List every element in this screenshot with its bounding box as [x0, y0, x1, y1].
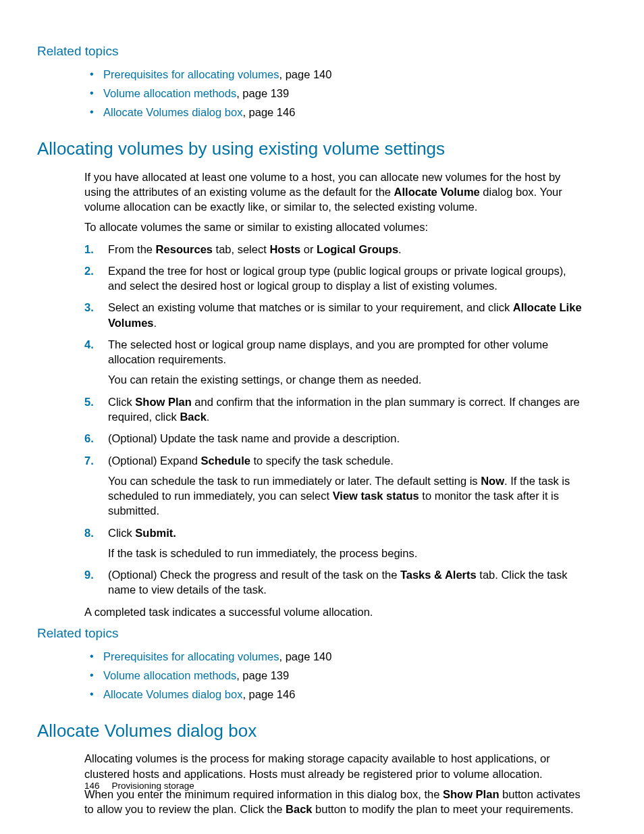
link-suffix: , page 140: [279, 650, 331, 662]
section-heading-dialog: Allocate Volumes dialog box: [37, 719, 583, 743]
bold-text: Show Plan: [443, 788, 499, 800]
text: Select an existing volume that matches o…: [108, 301, 513, 313]
text: .: [398, 243, 402, 255]
list-item: Volume allocation methods, page 139: [84, 668, 583, 683]
link-suffix: , page 146: [242, 688, 295, 700]
text: button to modify the plan to meet your r…: [313, 803, 574, 815]
section-heading-allocating: Allocating volumes by using existing vol…: [37, 137, 583, 161]
bold-text: Now: [481, 475, 504, 487]
step: (Optional) Update the task name and prov…: [84, 431, 583, 446]
bold-text: Submit.: [135, 527, 176, 539]
text: (Optional) Expand: [108, 454, 201, 467]
page: Related topics Prerequisites for allocat…: [0, 0, 644, 834]
bold-text: View task status: [333, 490, 419, 502]
bold-text: Schedule: [201, 454, 250, 467]
list-item: Allocate Volumes dialog box, page 146: [84, 105, 583, 120]
link-suffix: , page 140: [279, 68, 331, 80]
bold-text: Resources: [156, 243, 213, 255]
step: Click Show Plan and confirm that the inf…: [84, 394, 583, 425]
page-number: 146: [84, 781, 100, 791]
lead-text: To allocate volumes the same or similar …: [84, 219, 583, 234]
text: Click: [108, 396, 135, 408]
bold-text: Tasks & Alerts: [400, 569, 477, 581]
text: The selected host or logical group name …: [108, 338, 548, 365]
text: .: [207, 411, 210, 423]
bold-text: Hosts: [269, 243, 300, 255]
text: to specify the task schedule.: [250, 454, 394, 467]
link-prereq[interactable]: Prerequisites for allocating volumes: [103, 68, 279, 80]
related-topics-list: Prerequisites for allocating volumes, pa…: [84, 649, 583, 702]
link-suffix: , page 139: [236, 87, 289, 99]
link-dialog[interactable]: Allocate Volumes dialog box: [103, 106, 242, 118]
sub-paragraph: If the task is scheduled to run immediat…: [108, 546, 583, 561]
sub-paragraph: You can schedule the task to run immedia…: [108, 473, 583, 519]
bold-text: Show Plan: [135, 396, 191, 408]
intro-paragraph: If you have allocated at least one volum…: [84, 170, 583, 235]
bold-text: Back: [286, 803, 312, 815]
steps-list: From the Resources tab, select Hosts or …: [84, 242, 583, 598]
page-footer: 146Provisioning storage: [84, 780, 194, 792]
sub-paragraph: You can retain the existing settings, or…: [108, 372, 583, 387]
list-item: Prerequisites for allocating volumes, pa…: [84, 67, 583, 82]
chapter-name: Provisioning storage: [112, 781, 194, 791]
step: Expand the tree for host or logical grou…: [84, 263, 583, 294]
related-topics-heading: Related topics: [37, 43, 583, 60]
paragraph: Allocating volumes is the process for ma…: [84, 751, 583, 781]
text: tab, select: [213, 243, 269, 255]
list-item: Volume allocation methods, page 139: [84, 86, 583, 101]
related-topics-heading: Related topics: [37, 625, 583, 642]
step: (Optional) Check the progress and result…: [84, 567, 583, 598]
step: (Optional) Expand Schedule to specify th…: [84, 453, 583, 519]
bold-text: Logical Groups: [317, 243, 398, 255]
text: .: [154, 317, 157, 329]
text: or: [300, 243, 317, 255]
link-prereq[interactable]: Prerequisites for allocating volumes: [103, 650, 279, 662]
text: From the: [108, 243, 156, 255]
step: Select an existing volume that matches o…: [84, 300, 583, 330]
related-topics-list: Prerequisites for allocating volumes, pa…: [84, 67, 583, 120]
text: You can schedule the task to run immedia…: [108, 475, 481, 487]
link-dialog[interactable]: Allocate Volumes dialog box: [103, 688, 242, 700]
link-suffix: , page 139: [236, 669, 289, 681]
list-item: Allocate Volumes dialog box, page 146: [84, 687, 583, 702]
bold-text: Back: [180, 411, 206, 423]
list-item: Prerequisites for allocating volumes, pa…: [84, 649, 583, 664]
link-methods[interactable]: Volume allocation methods: [103, 669, 236, 681]
text: Click: [108, 527, 135, 539]
step: The selected host or logical group name …: [84, 337, 583, 388]
link-methods[interactable]: Volume allocation methods: [103, 87, 236, 99]
text: (Optional) Check the progress and result…: [108, 569, 400, 581]
closing-text: A completed task indicates a successful …: [84, 604, 583, 619]
bold-text: Allocate Volume: [394, 186, 480, 198]
step: Click Submit. If the task is scheduled t…: [84, 525, 583, 561]
link-suffix: , page 146: [242, 106, 295, 118]
step: From the Resources tab, select Hosts or …: [84, 242, 583, 257]
